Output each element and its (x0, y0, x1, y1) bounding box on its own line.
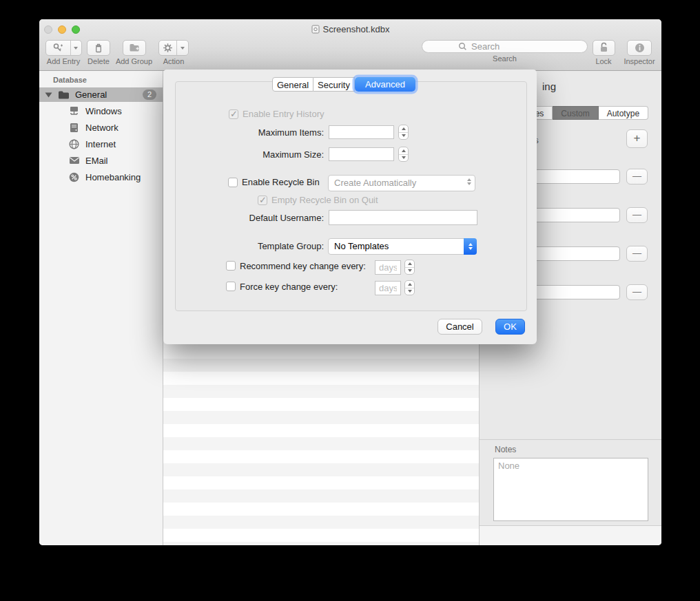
action-dropdown[interactable] (176, 41, 188, 55)
chevron-down-icon (74, 47, 78, 50)
padlock-icon (599, 42, 609, 53)
sidebar-item-label: Internet (85, 139, 116, 149)
tab-security[interactable]: Security (313, 77, 355, 92)
globe-icon (68, 139, 80, 149)
cancel-button[interactable]: Cancel (438, 319, 482, 335)
stepper-down-icon[interactable] (405, 288, 414, 295)
remove-custom-field-button[interactable]: — (626, 207, 648, 223)
sidebar-item-general[interactable]: General 2 (39, 87, 163, 102)
enable-entry-history-checkbox[interactable] (229, 109, 238, 119)
search-input[interactable] (470, 41, 583, 52)
popup-chevrons-icon (464, 238, 477, 255)
ok-button[interactable]: OK (495, 319, 525, 335)
sidebar-item-label: EMail (85, 156, 108, 166)
add-entry-button[interactable] (45, 40, 82, 56)
notes-label: Notes (495, 445, 516, 454)
entry-list-stripes (163, 346, 479, 545)
recommend-key-change-days-input[interactable] (375, 260, 401, 275)
search-label: Search (422, 54, 588, 63)
remove-custom-field-button[interactable]: — (626, 246, 648, 262)
maximum-items-stepper[interactable] (398, 125, 409, 140)
tab-general[interactable]: General (272, 77, 313, 92)
maximum-size-label: Maximum Size: (205, 149, 324, 160)
force-key-change-stepper[interactable] (404, 280, 415, 295)
sidebar-item-label: General (75, 89, 107, 100)
sidebar-item-label: Homebanking (85, 172, 141, 182)
add-entry-label: Add Entry (43, 57, 83, 65)
empty-recycle-bin-checkbox[interactable] (258, 196, 267, 205)
server-icon (68, 123, 80, 133)
settings-tabs: General Security Advanced (272, 77, 415, 92)
enable-recycle-bin-checkbox[interactable] (228, 178, 238, 187)
recommend-key-change-checkbox[interactable] (226, 261, 236, 271)
inspector-tabs: Files Custom Autotype (517, 106, 648, 120)
database-settings-dialog: General Security Advanced Enable Entry H… (163, 70, 537, 344)
popup-chevrons-icon (467, 178, 471, 185)
add-group-label: Add Group (114, 57, 154, 65)
enable-recycle-bin-label: Enable Recycle Bin (242, 177, 320, 187)
force-key-change-days-input[interactable] (375, 281, 401, 295)
magnifier-icon (458, 42, 467, 51)
add-group-button[interactable] (123, 40, 146, 56)
default-username-input[interactable] (329, 210, 477, 225)
stepper-down-icon[interactable] (399, 154, 408, 161)
template-group-popup[interactable]: No Templates (328, 238, 477, 255)
delete-button[interactable] (87, 40, 110, 56)
remove-custom-field-button[interactable]: — (626, 169, 648, 184)
stepper-down-icon[interactable] (399, 132, 408, 139)
default-username-label: Default Username: (205, 213, 324, 223)
maximum-size-input[interactable] (329, 147, 394, 161)
inspector-button[interactable] (627, 40, 652, 56)
entry-count-badge: 2 (143, 89, 156, 100)
sidebar-item-email[interactable]: EMail (39, 152, 163, 169)
maximum-items-input[interactable] (329, 125, 394, 139)
key-plus-icon (46, 41, 70, 55)
sidebar-item-internet[interactable]: Internet (39, 136, 163, 152)
add-entry-dropdown[interactable] (70, 41, 81, 55)
tab-custom[interactable]: Custom (553, 106, 598, 120)
enable-entry-history-label: Enable Entry History (243, 109, 325, 119)
action-button[interactable] (158, 40, 189, 56)
template-group-label: Template Group: (205, 241, 324, 251)
sidebar-item-label: Network (85, 123, 119, 133)
notes-textarea[interactable] (493, 458, 648, 521)
recycle-bin-mode-popup[interactable]: Create Automatically (328, 175, 475, 191)
sidebar: Database General 2 Windows Network (39, 71, 163, 545)
sidebar-item-label: Windows (85, 106, 122, 116)
remove-custom-field-button[interactable]: — (626, 284, 648, 300)
force-key-change-checkbox[interactable] (226, 282, 236, 291)
recycle-bin-mode-value: Create Automatically (334, 178, 416, 188)
lock-toolbar-item: Lock (591, 40, 616, 65)
sidebar-item-network[interactable]: Network (39, 119, 163, 136)
empty-recycle-bin-label: Empty Recycle Bin on Quit (271, 195, 378, 205)
stepper-down-icon[interactable] (405, 267, 414, 274)
inspector-label: Inspector (623, 57, 656, 65)
disclosure-triangle-icon[interactable] (45, 92, 52, 97)
inspector-footer (480, 525, 661, 545)
force-key-change-label: Force key change every: (240, 282, 338, 292)
inspector-title-fragment: ing (542, 81, 556, 92)
add-custom-field-button[interactable]: + (626, 129, 648, 148)
search-field[interactable] (422, 40, 588, 53)
percent-icon (68, 172, 80, 182)
add-entry-toolbar-item: Add Entry (43, 40, 83, 65)
recommend-key-change-stepper[interactable] (404, 260, 415, 275)
notes-divider (480, 439, 661, 440)
tab-autotype[interactable]: Autotype (599, 106, 648, 120)
sidebar-item-homebanking[interactable]: Homebanking (39, 169, 163, 185)
maximum-size-stepper[interactable] (398, 147, 409, 162)
add-group-toolbar-item: Add Group (114, 40, 154, 65)
lock-button[interactable] (593, 40, 615, 56)
info-icon (635, 43, 645, 53)
action-label: Action (158, 57, 189, 65)
gear-icon (159, 41, 176, 55)
action-toolbar-item: Action (158, 40, 189, 65)
inspector-toolbar-item: Inspector (623, 40, 656, 65)
tab-advanced[interactable]: Advanced (355, 77, 415, 92)
sidebar-header: Database (53, 76, 87, 84)
folder-plus-icon (129, 43, 140, 52)
maximum-items-label: Maximum Items: (205, 127, 324, 138)
lock-label: Lock (591, 57, 616, 65)
folder-icon (58, 90, 70, 99)
sidebar-item-windows[interactable]: Windows (39, 103, 163, 119)
